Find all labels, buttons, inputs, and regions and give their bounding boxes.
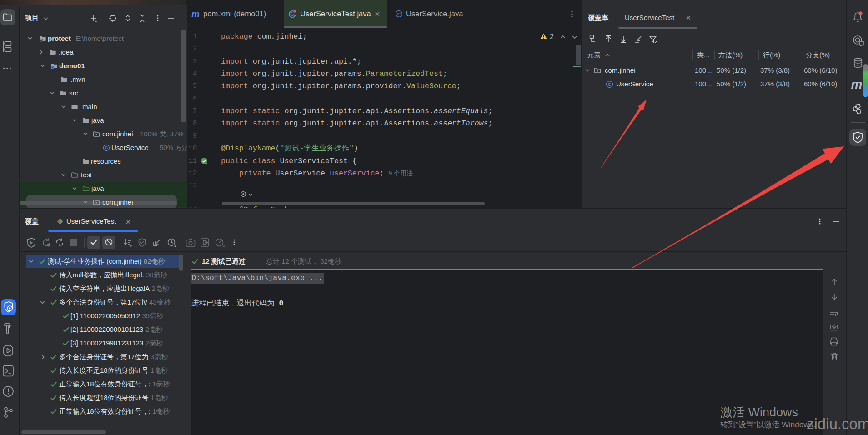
svg-text:C: C <box>105 145 108 150</box>
svg-text:C: C <box>397 11 401 16</box>
svg-text:C: C <box>608 82 611 87</box>
